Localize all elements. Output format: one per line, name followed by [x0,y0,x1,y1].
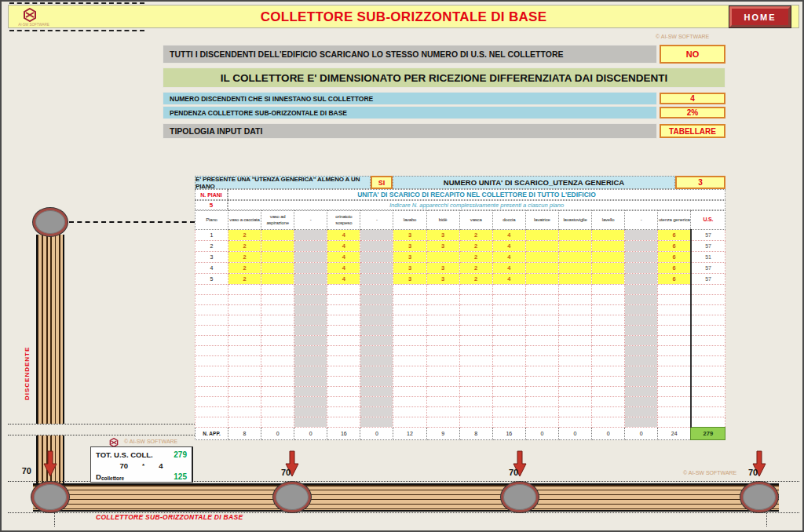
apparecchi-input-cell[interactable]: 6 [658,230,691,241]
apparecchi-input-cell[interactable] [261,230,294,241]
apparecchi-input-cell[interactable]: 4 [492,263,525,274]
apparecchi-input-cell[interactable] [558,274,591,285]
apparecchi-input-cell[interactable]: 4 [492,230,525,241]
apparecchi-input-cell[interactable] [261,241,294,252]
apparecchi-input-cell[interactable] [525,230,558,241]
empty-cell [625,285,658,295]
napp-value-cell: 0 [525,428,558,440]
empty-cell [558,397,591,407]
apparecchi-input-cell[interactable] [592,263,625,274]
empty-cell [691,315,725,326]
empty-cell [691,326,725,336]
apparecchi-input-cell[interactable] [525,263,558,274]
apparecchi-input-cell[interactable]: 4 [327,241,360,252]
home-button[interactable]: HOME [729,6,791,27]
apparecchi-input-cell[interactable]: 3 [426,274,459,285]
table-row: 4243324657 [196,263,725,274]
apparecchi-input-cell[interactable]: 6 [658,274,691,285]
utenza-generica-row: E' PRESENTE UNA "UTENZA GENERICA" ALMENO… [195,176,725,189]
empty-cell [691,346,725,356]
column-header: lavello [592,211,625,230]
apparecchi-input-cell[interactable] [592,252,625,263]
apparecchi-input-cell[interactable] [558,230,591,241]
apparecchi-input-cell[interactable]: 3 [393,230,426,241]
empty-cell [261,326,294,336]
apparecchi-input-cell[interactable]: 2 [228,230,261,241]
apparecchi-input-cell[interactable]: 3 [393,274,426,285]
empty-row [196,285,725,295]
disabled-cell [625,230,658,241]
apparecchi-input-cell[interactable] [558,241,591,252]
empty-cell [492,387,525,397]
empty-cell [658,315,691,326]
empty-cell [360,356,393,366]
empty-cell [294,346,327,356]
empty-cell [691,397,725,407]
apparecchi-input-cell[interactable]: 2 [228,263,261,274]
column-header: Piano [196,211,228,230]
apparecchi-input-cell[interactable] [261,274,294,285]
apparecchi-input-cell[interactable]: 3 [393,252,426,263]
apparecchi-input-cell[interactable] [592,241,625,252]
apparecchi-input-cell[interactable]: 4 [492,274,525,285]
apparecchi-input-cell[interactable]: 4 [492,241,525,252]
apparecchi-input-cell[interactable]: 3 [426,241,459,252]
empty-cell [393,387,426,397]
apparecchi-input-cell[interactable]: 2 [459,274,492,285]
apparecchi-input-cell[interactable] [592,230,625,241]
apparecchi-input-cell[interactable]: 2 [228,241,261,252]
tipologia-row: TIPOLOGIA INPUT DATI [163,123,657,139]
apparecchi-input-cell[interactable]: 6 [658,252,691,263]
discendente-label: DISCENDENTE [24,314,31,400]
us-generica-value-cell[interactable]: 3 [675,176,725,189]
apparecchi-input-cell[interactable] [525,252,558,263]
table-note: Indicare N. apparecchi complessivamente … [228,200,725,210]
apparecchi-input-cell[interactable]: 6 [658,241,691,252]
apparecchi-input-cell[interactable]: 4 [327,252,360,263]
column-header: lavabo [393,211,426,230]
apparecchi-input-cell[interactable] [558,263,591,274]
pendenza-value-cell[interactable]: 2% [660,107,725,118]
empty-cell [196,336,228,346]
apparecchi-input-cell[interactable] [426,252,459,263]
apparecchi-input-cell[interactable]: 2 [459,230,492,241]
tipologia-label: TIPOLOGIA INPUT DATI [170,126,262,136]
disabled-cell [294,274,327,285]
empty-cell [525,326,558,336]
apparecchi-input-cell[interactable] [525,274,558,285]
apparecchi-input-cell[interactable] [558,252,591,263]
disabled-cell [360,263,393,274]
apparecchi-input-cell[interactable]: 2 [459,241,492,252]
empty-cell [196,397,228,407]
utenza-answer-cell[interactable]: SI [371,176,393,189]
apparecchi-input-cell[interactable] [592,274,625,285]
apparecchi-input-cell[interactable]: 2 [228,252,261,263]
num-discendenti-value-cell[interactable]: 4 [660,93,725,104]
apparecchi-input-cell[interactable]: 3 [426,263,459,274]
apparecchi-input-cell[interactable] [261,252,294,263]
apparecchi-input-cell[interactable]: 4 [327,230,360,241]
apparecchi-input-cell[interactable]: 2 [459,252,492,263]
us-value-cell: 57 [691,230,725,241]
apparecchi-input-cell[interactable]: 3 [426,230,459,241]
apparecchi-input-cell[interactable] [525,241,558,252]
question-value-cell[interactable]: NO [660,45,725,64]
apparecchi-input-cell[interactable]: 6 [658,263,691,274]
apparecchi-input-cell[interactable]: 3 [393,241,426,252]
apparecchi-input-cell[interactable]: 3 [393,263,426,274]
apparecchi-input-cell[interactable]: 4 [327,274,360,285]
empty-cell [492,377,525,387]
piano-cell: 3 [196,252,228,263]
empty-cell [393,285,426,295]
empty-cell [658,336,691,346]
empty-cell [625,387,658,397]
empty-cell [426,366,459,377]
apparecchi-input-cell[interactable] [261,263,294,274]
apparecchi-input-cell[interactable]: 4 [492,252,525,263]
apparecchi-input-cell[interactable]: 2 [459,263,492,274]
empty-cell [558,356,591,366]
apparecchi-input-cell[interactable]: 4 [327,263,360,274]
empty-cell [360,366,393,377]
apparecchi-input-cell[interactable]: 2 [228,274,261,285]
tipologia-value-cell[interactable]: TABELLARE [660,124,725,138]
